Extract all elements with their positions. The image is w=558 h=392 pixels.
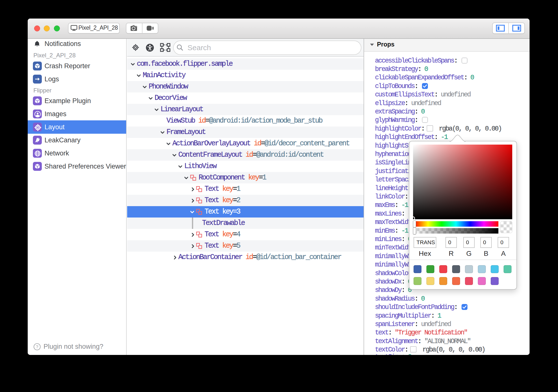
svg-text:?: ? xyxy=(36,345,38,349)
